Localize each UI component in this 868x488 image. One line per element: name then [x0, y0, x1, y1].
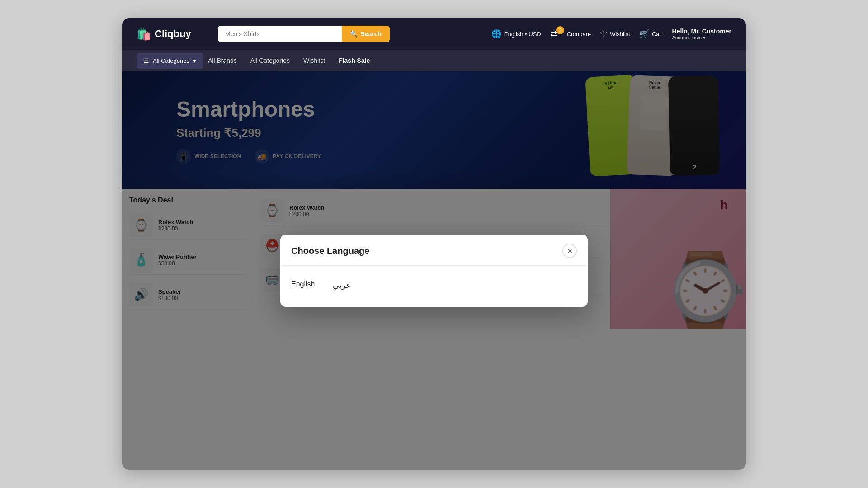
account-lists: Account Lists ▾	[672, 35, 706, 41]
wishlist-button[interactable]: ♡ Wishlist	[600, 29, 630, 39]
globe-icon: 🌐	[491, 29, 501, 39]
search-button[interactable]: 🔍 Search	[342, 26, 390, 42]
nav-link-wishlist[interactable]: Wishlist	[303, 57, 325, 64]
search-label: Search	[360, 30, 382, 38]
modal-body: English عربي	[280, 266, 588, 305]
modal-close-button[interactable]: ✕	[562, 244, 577, 258]
nav-link-all-brands[interactable]: All Brands	[208, 57, 237, 64]
nav-link-flash-sale[interactable]: Flash Sale	[339, 57, 370, 64]
user-name: Hello, Mr. Customer	[672, 28, 731, 35]
compare-label: Compare	[567, 31, 591, 38]
logo-area[interactable]: 🛍️ Cliqbuy	[137, 27, 209, 41]
logo-text: Cliqbuy	[155, 28, 191, 40]
heart-icon: ♡	[600, 29, 607, 39]
nav-item-all-brands[interactable]: All Brands	[208, 56, 237, 65]
wishlist-label: Wishlist	[610, 31, 630, 38]
all-categories-button[interactable]: ☰ All Categories ▾	[137, 53, 203, 69]
main-content: Smartphones Starting ₹5,299 📱 WIDE SELEC…	[122, 71, 746, 470]
chevron-down-icon: ▾	[193, 57, 196, 64]
language-modal: Choose Language ✕ English عربي	[280, 235, 588, 307]
language-label: English • USD	[504, 31, 541, 38]
user-menu[interactable]: Hello, Mr. Customer Account Lists ▾	[672, 28, 731, 41]
nav-item-all-categories[interactable]: All Categories	[250, 56, 290, 65]
cart-button[interactable]: 🛒 Cart	[639, 29, 663, 39]
compare-badge: 2	[556, 26, 564, 34]
cart-icon: 🛒	[639, 29, 649, 39]
language-option-english[interactable]: English	[291, 278, 315, 292]
cart-label: Cart	[652, 31, 663, 38]
nav-links: All Brands All Categories Wishlist Flash…	[208, 56, 370, 65]
search-bar: 🔍 Search	[218, 26, 390, 42]
user-info: Hello, Mr. Customer Account Lists ▾	[672, 28, 731, 41]
browser-window: 🛍️ Cliqbuy 🔍 Search 🌐 English • USD ⇄ 2	[122, 18, 746, 470]
modal-header: Choose Language ✕	[280, 235, 588, 266]
search-icon: 🔍	[350, 30, 358, 38]
close-icon: ✕	[567, 247, 573, 255]
header: 🛍️ Cliqbuy 🔍 Search 🌐 English • USD ⇄ 2	[122, 18, 746, 50]
navbar: ☰ All Categories ▾ All Brands All Catego…	[122, 50, 746, 71]
menu-icon: ☰	[144, 57, 149, 64]
modal-overlay: Choose Language ✕ English عربي	[122, 71, 746, 470]
nav-link-all-categories[interactable]: All Categories	[250, 57, 290, 64]
language-option-arabic[interactable]: عربي	[333, 278, 351, 292]
outer-frame: 🛍️ Cliqbuy 🔍 Search 🌐 English • USD ⇄ 2	[0, 0, 868, 488]
nav-item-wishlist[interactable]: Wishlist	[303, 56, 325, 65]
search-input[interactable]	[218, 26, 342, 42]
logo-icon: 🛍️	[137, 27, 151, 41]
header-actions: 🌐 English • USD ⇄ 2 Compare ♡ Wishlist 🛒…	[491, 28, 731, 41]
compare-button[interactable]: ⇄ 2 Compare	[550, 29, 591, 39]
all-categories-label: All Categories	[153, 57, 189, 64]
modal-title: Choose Language	[291, 246, 369, 256]
nav-item-flash-sale[interactable]: Flash Sale	[339, 56, 370, 65]
language-selector[interactable]: 🌐 English • USD	[491, 29, 541, 39]
